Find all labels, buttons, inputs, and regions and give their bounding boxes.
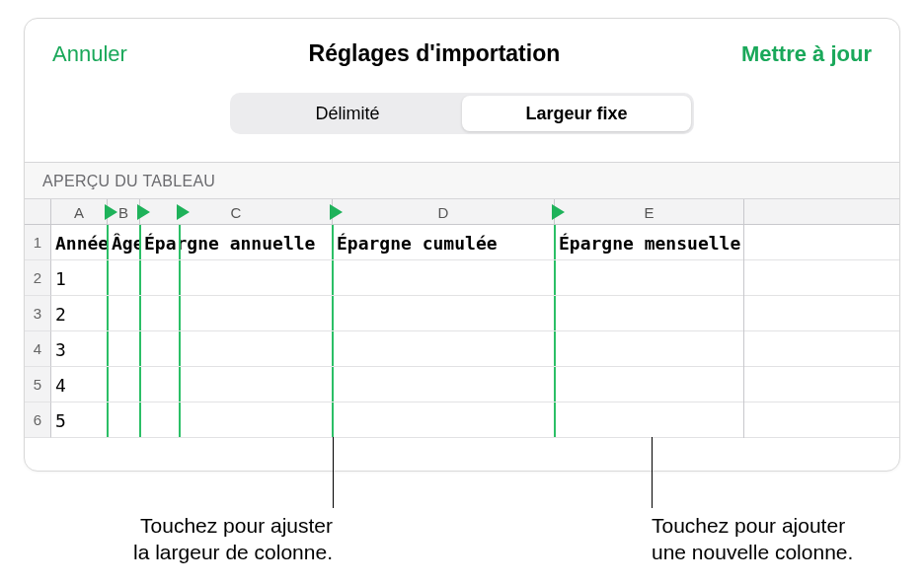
import-settings-panel: Annuler Réglages d'importation Mettre à …	[24, 18, 900, 472]
row-number: 5	[25, 367, 51, 402]
row-content[interactable]: 5	[51, 402, 899, 438]
row-number: 4	[25, 331, 51, 367]
column-arrow-icon[interactable]	[137, 204, 150, 220]
cell-text: 1	[51, 260, 108, 296]
row-content[interactable]: 2	[51, 296, 899, 331]
column-separator[interactable]	[554, 225, 556, 259]
callout-leader-left	[333, 437, 334, 508]
callouts: Touchez pour ajuster la largeur de colon…	[0, 476, 924, 573]
table-right-border	[743, 199, 744, 438]
column-separator[interactable]	[332, 367, 334, 402]
column-separator[interactable]	[179, 296, 181, 330]
column-separator[interactable]	[332, 225, 334, 259]
column-separator[interactable]	[107, 260, 109, 295]
update-button[interactable]: Mettre à jour	[741, 41, 872, 67]
column-separator[interactable]	[139, 260, 141, 295]
column-separator[interactable]	[139, 296, 141, 330]
segment-delimited[interactable]: Délimité	[233, 96, 462, 131]
table-rows: 1AnnéeÂge Épargne annuelle Épargne cumul…	[25, 225, 899, 438]
segmented-control-wrapper: Délimité Largeur fixe	[25, 85, 899, 162]
cell-text: Âge	[108, 225, 140, 260]
column-header-row: ABCDE	[51, 199, 899, 225]
panel-header: Annuler Réglages d'importation Mettre à …	[25, 19, 899, 85]
column-header-cell[interactable]: D	[333, 199, 555, 225]
column-header-cell[interactable]: E	[555, 199, 744, 225]
cancel-button[interactable]: Annuler	[52, 41, 127, 67]
row-content[interactable]: AnnéeÂge Épargne annuelle Épargne cumulé…	[51, 225, 899, 260]
callout-line: la largeur de colonne.	[133, 541, 333, 563]
row-content[interactable]: 4	[51, 367, 899, 402]
column-separator[interactable]	[107, 296, 109, 330]
column-separator[interactable]	[107, 331, 109, 366]
column-separator[interactable]	[179, 331, 181, 366]
table-row: 54	[25, 367, 899, 402]
callout-text-adjust-width: Touchez pour ajuster la largeur de colon…	[100, 512, 333, 566]
cell-text: 5	[51, 402, 108, 438]
column-separator[interactable]	[107, 402, 109, 437]
column-separator[interactable]	[332, 331, 334, 366]
column-separator[interactable]	[332, 260, 334, 295]
callout-line: une nouvelle colonne.	[652, 541, 853, 563]
cell-text: Année	[51, 225, 108, 260]
row-column-corner	[25, 199, 51, 225]
column-arrow-icon[interactable]	[177, 204, 190, 220]
column-separator[interactable]	[139, 331, 141, 366]
segment-fixed-width[interactable]: Largeur fixe	[462, 96, 691, 131]
column-separator[interactable]	[139, 367, 141, 402]
callout-line: Touchez pour ajouter	[652, 514, 845, 537]
column-separator[interactable]	[179, 225, 181, 259]
table-row: 65	[25, 402, 899, 438]
column-header-cell[interactable]: C	[140, 199, 333, 225]
column-separator[interactable]	[554, 296, 556, 330]
column-separator[interactable]	[107, 367, 109, 402]
cell-text: Épargne annuelle	[140, 225, 333, 260]
column-separator[interactable]	[332, 402, 334, 437]
cell-text: 4	[51, 367, 108, 402]
callout-line: Touchez pour ajuster	[140, 514, 333, 537]
column-header-cell[interactable]: A	[51, 199, 108, 225]
column-separator[interactable]	[554, 402, 556, 437]
cell-text: Épargne cumulée	[333, 225, 555, 260]
column-arrow-icon[interactable]	[330, 204, 343, 220]
cell-text: 3	[51, 331, 108, 367]
table-preview-header: APERÇU DU TABLEAU	[25, 162, 899, 199]
column-separator[interactable]	[139, 402, 141, 437]
row-content[interactable]: 1	[51, 260, 899, 296]
table-row: 21	[25, 260, 899, 296]
table-preview[interactable]: ABCDE 1AnnéeÂge Épargne annuelle Épargne…	[25, 199, 899, 438]
column-separator[interactable]	[332, 296, 334, 330]
callout-text-add-column: Touchez pour ajouter une nouvelle colonn…	[652, 512, 924, 566]
column-arrow-icon[interactable]	[552, 204, 565, 220]
column-separator[interactable]	[179, 260, 181, 295]
row-number: 1	[25, 225, 51, 260]
table-row: 32	[25, 296, 899, 331]
column-separator[interactable]	[179, 402, 181, 437]
cell-text: 2	[51, 296, 108, 331]
row-content[interactable]: 3	[51, 331, 899, 367]
column-separator[interactable]	[554, 260, 556, 295]
table-row: 1AnnéeÂge Épargne annuelle Épargne cumul…	[25, 225, 899, 260]
callout-leader-right	[652, 437, 653, 508]
column-separator[interactable]	[554, 331, 556, 366]
table-row: 43	[25, 331, 899, 367]
row-number: 6	[25, 402, 51, 438]
panel-title: Réglages d'importation	[127, 40, 741, 67]
column-arrow-icon[interactable]	[105, 204, 117, 220]
cell-text: Épargne mensuelle	[555, 225, 744, 260]
column-separator[interactable]	[179, 367, 181, 402]
column-separator[interactable]	[139, 225, 141, 259]
column-separator[interactable]	[107, 225, 109, 259]
row-number: 3	[25, 296, 51, 331]
column-separator[interactable]	[554, 367, 556, 402]
segmented-control: Délimité Largeur fixe	[230, 93, 694, 134]
row-number: 2	[25, 260, 51, 296]
